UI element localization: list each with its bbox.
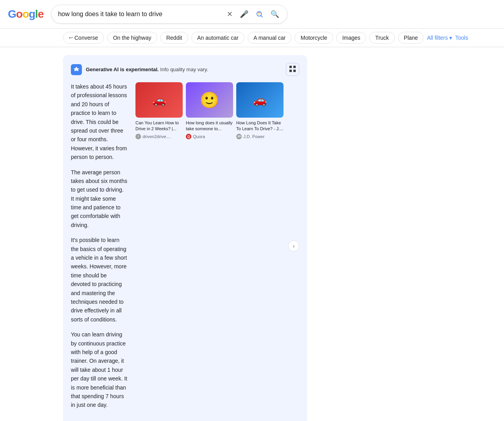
filter-chip-plane[interactable]: Plane: [398, 32, 424, 44]
filter-chip-highway[interactable]: On the highway: [107, 32, 157, 44]
svg-rect-3: [293, 66, 296, 68]
search-icon[interactable]: 🔍: [269, 8, 281, 20]
image-card-2[interactable]: 🙂 How long does it usually take someone …: [186, 82, 233, 139]
image-caption-2: How long does it usually take someone to…: [186, 120, 233, 132]
ai-paragraph-4: You can learn driving by continuous prac…: [71, 330, 128, 410]
main-content: Generative AI is experimental. Info qual…: [0, 47, 504, 421]
lens-icon[interactable]: [254, 9, 265, 20]
ai-box: Generative AI is experimental. Info qual…: [63, 55, 307, 421]
ai-content: It takes about 45 hours of professional …: [71, 82, 299, 410]
image-caption-1: Can You Learn How to Drive in 2 Weeks? |…: [135, 120, 183, 132]
filter-chip-reddit[interactable]: Reddit: [160, 32, 188, 44]
filter-chip-reddit-label: Reddit: [166, 35, 182, 41]
image-thumb-1: 🚗: [135, 82, 183, 118]
filter-chip-truck[interactable]: Truck: [369, 32, 395, 44]
filter-chip-automatic-label: An automatic car: [197, 35, 239, 41]
dropdown-icon: ▾: [449, 35, 452, 41]
ai-paragraph-3: It's possible to learn the basics of ope…: [71, 236, 128, 324]
image-source-3: JD J.D. Power: [236, 134, 284, 139]
ai-images: 🚗 Can You Learn How to Drive in 2 Weeks?…: [135, 82, 285, 139]
filter-chip-automatic[interactable]: An automatic car: [191, 32, 245, 44]
grid-view-button[interactable]: [286, 63, 299, 76]
google-logo[interactable]: Google: [8, 8, 43, 20]
source-name-3: J.D. Power: [243, 134, 265, 139]
filter-tools: All filters ▾ Tools: [427, 35, 468, 41]
filter-chip-motorcycle-label: Motorcycle: [300, 35, 327, 41]
followup-bar: ↩ Ask a follow up ↩ Is 2 weeks enough to…: [71, 417, 299, 421]
source-icon-2: Q: [186, 134, 191, 139]
arrow-icon: ↩: [69, 35, 73, 41]
image-card-1[interactable]: 🚗 Can You Learn How to Drive in 2 Weeks?…: [135, 82, 183, 139]
tools-button[interactable]: Tools: [455, 35, 468, 41]
ai-badge: Generative AI is experimental.: [86, 66, 159, 72]
source-icon-3: JD: [236, 134, 242, 139]
ai-badge-suffix: Info quality may vary.: [160, 66, 208, 72]
ai-paragraph-1: It takes about 45 hours of professional …: [71, 82, 128, 162]
image-source-1: 2 driven2drive....: [135, 134, 183, 139]
svg-rect-4: [289, 70, 292, 72]
filter-chip-motorcycle[interactable]: Motorcycle: [295, 32, 333, 44]
image-card-3[interactable]: 🚗 How Long Does It Take To Learn To Driv…: [236, 82, 284, 139]
source-name-2: Quora: [193, 134, 205, 139]
ai-header-left: Generative AI is experimental. Info qual…: [71, 64, 208, 75]
microphone-icon[interactable]: 🎤: [238, 8, 250, 20]
ai-text: It takes about 45 hours of professional …: [71, 82, 128, 410]
header: Google ✕ 🎤 🔍: [0, 0, 504, 29]
source-icon-1: 2: [135, 134, 141, 139]
filter-bar: ↩ Converse On the highway Reddit An auto…: [0, 29, 504, 47]
image-thumb-2: 🙂: [186, 82, 233, 118]
left-column: Generative AI is experimental. Info qual…: [63, 55, 307, 421]
all-filters-button[interactable]: All filters ▾: [427, 35, 452, 41]
ai-label: Generative AI is experimental. Info qual…: [86, 66, 208, 72]
svg-rect-5: [293, 70, 296, 72]
image-source-2: Q Quora: [186, 134, 233, 139]
ai-icon: [71, 64, 82, 75]
filter-chip-converse-label: Converse: [74, 35, 98, 41]
all-filters-label: All filters: [427, 35, 448, 41]
filter-chip-converse[interactable]: ↩ Converse: [63, 32, 104, 44]
right-column: [323, 55, 441, 421]
search-icons: ✕ 🎤 🔍: [225, 8, 281, 20]
images-next-button[interactable]: ›: [288, 240, 299, 251]
filter-chip-plane-label: Plane: [404, 35, 418, 41]
image-caption-3: How Long Does It Take To Learn To Drive?…: [236, 120, 284, 132]
filter-chip-highway-label: On the highway: [113, 35, 151, 41]
search-bar: ✕ 🎤 🔍: [51, 5, 287, 24]
clear-button[interactable]: ✕: [225, 8, 234, 20]
source-name-1: driven2drive....: [143, 134, 171, 139]
image-thumb-3: 🚗: [236, 82, 284, 118]
ai-paragraph-2: The average person takes about six month…: [71, 168, 128, 230]
filter-chip-images-label: Images: [342, 35, 360, 41]
filter-chip-manual[interactable]: A manual car: [248, 32, 292, 44]
search-input[interactable]: [58, 11, 222, 18]
filter-chip-images[interactable]: Images: [336, 32, 366, 44]
ai-header: Generative AI is experimental. Info qual…: [71, 63, 299, 76]
filter-chip-truck-label: Truck: [375, 35, 389, 41]
svg-rect-2: [289, 66, 292, 68]
filter-chip-manual-label: A manual car: [254, 35, 286, 41]
